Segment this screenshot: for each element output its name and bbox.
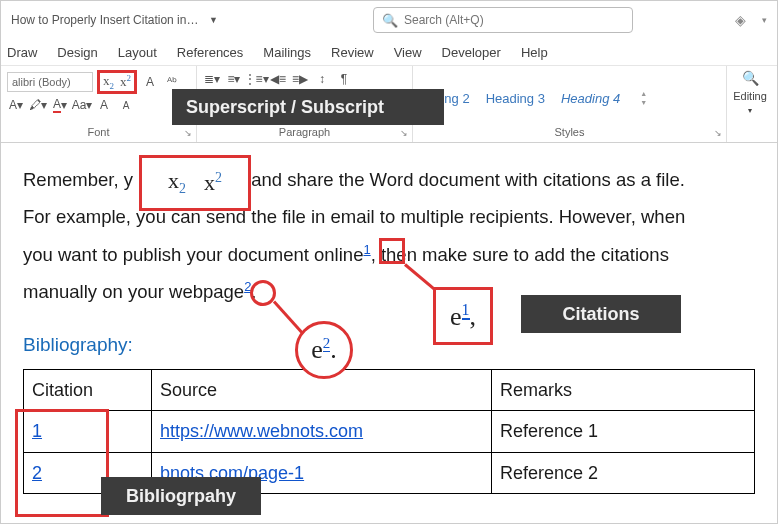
sort-icon[interactable]: ↕	[313, 70, 331, 88]
font-dialog-launcher-icon[interactable]: ↘	[184, 128, 192, 138]
title-bar: How to Properly Insert Citation in Micro…	[1, 1, 777, 39]
menu-draw[interactable]: Draw	[7, 45, 37, 60]
text-run: and share the Word document with citatio…	[251, 169, 685, 190]
menu-view[interactable]: View	[394, 45, 422, 60]
ribbon-group-editing[interactable]: 🔍 Editing ▾	[727, 66, 773, 142]
doc-title-wrap[interactable]: How to Properly Insert Citation in Micro…	[11, 13, 221, 27]
th-citation: Citation	[24, 369, 152, 410]
subscript-button[interactable]: x2	[103, 73, 114, 91]
numbering-icon[interactable]: ≡▾	[225, 70, 243, 88]
style-heading3[interactable]: Heading 3	[486, 91, 545, 106]
chevron-down-icon[interactable]: ▼	[209, 15, 218, 25]
zoom-supsub: x2 x2	[139, 155, 251, 211]
menu-layout[interactable]: Layout	[118, 45, 157, 60]
zoom-citation-2: e2.	[295, 321, 353, 379]
styles-scroller[interactable]: ▲▼	[640, 90, 647, 106]
search-box[interactable]: 🔍	[373, 7, 633, 33]
th-remarks: Remarks	[492, 369, 755, 410]
group-label-styles: Styles	[419, 126, 720, 140]
font-color-icon[interactable]: A▾	[51, 96, 69, 114]
text-effects-button[interactable]: A	[141, 73, 159, 91]
style-heading4[interactable]: Heading 4	[561, 91, 620, 106]
citation-link-2[interactable]: 2	[32, 463, 42, 483]
superscript-button[interactable]: x2	[120, 73, 131, 90]
window-options-icon[interactable]: ▾	[762, 15, 767, 25]
text-run: you want to publish your document onlin	[23, 244, 353, 265]
remarks-cell: Reference 1	[492, 411, 755, 452]
group-label-font: Font	[7, 126, 190, 140]
menu-mailings[interactable]: Mailings	[263, 45, 311, 60]
ribbon-group-font: alibri (Body) x2 x2 A ᴬᵇ A▾ 🖍▾ A▾ Aa▾ A …	[1, 66, 197, 142]
paragraph-line: Remember, y and share the Word document …	[23, 161, 755, 198]
chevron-down-icon: ▾	[748, 106, 752, 115]
editing-icon: 🔍	[742, 70, 759, 86]
search-input[interactable]	[404, 13, 624, 27]
callout-citations: Citations	[521, 295, 681, 333]
menu-review[interactable]: Review	[331, 45, 374, 60]
font-effects-icon[interactable]: A▾	[7, 96, 25, 114]
decrease-indent-icon[interactable]: ◀≡	[269, 70, 287, 88]
text-run: Remember, y	[23, 169, 133, 190]
multilevel-icon[interactable]: ⋮≡▾	[247, 70, 265, 88]
styles-dialog-launcher-icon[interactable]: ↘	[714, 128, 722, 138]
increase-indent-icon[interactable]: ≡▶	[291, 70, 309, 88]
menu-design[interactable]: Design	[57, 45, 97, 60]
table-row: 1 https://www.webnots.com Reference 1	[24, 411, 755, 452]
menu-bar: Draw Design Layout References Mailings R…	[1, 39, 777, 65]
callout-bibliography: Bibliogrpahy	[101, 477, 261, 515]
text-run: manually on your webpage	[23, 281, 244, 302]
menu-references[interactable]: References	[177, 45, 243, 60]
menu-help[interactable]: Help	[521, 45, 548, 60]
highlight-icon[interactable]: 🖍▾	[29, 96, 47, 114]
text-run: e	[353, 244, 363, 265]
grow-font-icon[interactable]: A	[95, 96, 113, 114]
menu-developer[interactable]: Developer	[442, 45, 501, 60]
paragraph-dialog-launcher-icon[interactable]: ↘	[400, 128, 408, 138]
source-link-1[interactable]: https://www.webnots.com	[160, 421, 363, 441]
text-run: , then make sure to add the citations	[371, 244, 669, 265]
superscript-zoom-icon: x2	[204, 170, 222, 196]
font-name-select[interactable]: alibri (Body)	[7, 72, 93, 92]
citation-1[interactable]: 1	[363, 242, 370, 257]
bibliography-table: Citation Source Remarks 1 https://www.we…	[23, 369, 755, 494]
remarks-cell: Reference 2	[492, 452, 755, 493]
group-label-editing: Editing	[733, 90, 767, 102]
table-header-row: Citation Source Remarks	[24, 369, 755, 410]
group-label-paragraph: Paragraph	[203, 126, 406, 140]
premium-icon[interactable]: ◈	[735, 12, 746, 28]
change-case-icon[interactable]: Aa▾	[73, 96, 91, 114]
callout-supsub: Superscript / Subscript	[172, 89, 444, 125]
shrink-font-icon[interactable]: A	[117, 96, 135, 114]
citation-link-1[interactable]: 1	[32, 421, 42, 441]
ribbon-group-styles: ading 2 Heading 3 Heading 4 ▲▼ Styles ↘	[413, 66, 727, 142]
show-marks-icon[interactable]: ¶	[335, 70, 353, 88]
subscript-zoom-icon: x2	[168, 168, 186, 197]
paragraph-line: you want to publish your document online…	[23, 236, 755, 273]
search-icon: 🔍	[382, 13, 398, 28]
bullets-icon[interactable]: ≣▾	[203, 70, 221, 88]
paragraph-line: For example, you can send the file in em…	[23, 198, 755, 235]
subscript-superscript-buttons: x2 x2	[97, 70, 137, 94]
document-title: How to Properly Insert Citation in Micro…	[11, 13, 201, 27]
